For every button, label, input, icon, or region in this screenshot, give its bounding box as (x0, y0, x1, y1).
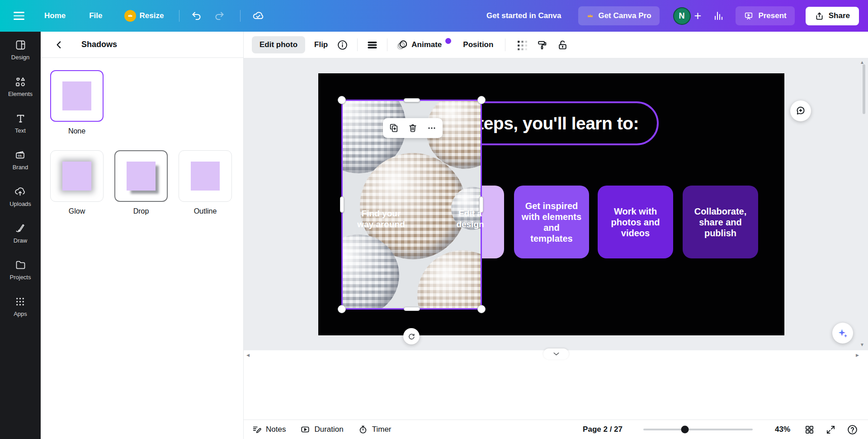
panel-title: Shadows (81, 40, 117, 49)
slide-card-get-inspired[interactable]: Get inspired with elements and templates (514, 186, 589, 258)
grid-view-icon[interactable] (804, 425, 815, 435)
sidebar-item-brand[interactable]: co. Brand (13, 149, 28, 171)
info-icon[interactable] (337, 39, 348, 51)
panel-header: Shadows (41, 32, 243, 58)
help-icon[interactable] (847, 424, 858, 435)
back-chevron-icon[interactable] (54, 40, 64, 50)
collapse-chevron-icon (553, 352, 560, 356)
ai-sparkle-icon (837, 327, 849, 339)
top-bar: Home File Resize Get started in Canva (0, 0, 868, 32)
sidebar-item-design[interactable]: Design (11, 39, 29, 61)
get-canva-pro-button[interactable]: Get Canva Pro (578, 6, 659, 25)
brand-icon: co. (14, 149, 26, 161)
divider (179, 10, 179, 22)
shadow-option-none[interactable]: None (50, 70, 104, 135)
slide-card-collaborate[interactable]: Collaborate, share and publish (683, 186, 758, 258)
fullscreen-icon[interactable] (826, 425, 836, 435)
page-indicator: Page 2 / 27 (583, 425, 623, 434)
resize-handle-top-left[interactable] (338, 96, 346, 104)
delete-icon[interactable] (408, 123, 418, 133)
notes-button[interactable]: Notes (252, 425, 286, 434)
timer-icon (358, 425, 368, 434)
vertical-scrollbar[interactable] (863, 64, 865, 114)
crown-icon (124, 10, 136, 22)
resize-handle-top-right[interactable] (477, 96, 486, 104)
redo-icon[interactable] (214, 10, 225, 21)
sidebar-item-draw[interactable]: Draw (14, 222, 27, 244)
transparency-icon[interactable] (516, 39, 528, 51)
duration-button[interactable]: Duration (300, 425, 343, 434)
file-menu-button[interactable]: File (89, 11, 102, 20)
sidebar-item-projects[interactable]: Projects (10, 259, 31, 281)
sidebar-item-text[interactable]: Text (14, 112, 27, 134)
page-dock: Your first week in Canva 1 2 Learn Play (244, 350, 868, 420)
comment-icon (795, 105, 806, 116)
sidebar-item-apps[interactable]: Apps (14, 296, 27, 317)
resize-button[interactable]: Resize (124, 10, 164, 22)
rotate-icon (407, 332, 416, 341)
sidebar-item-elements[interactable]: Elements (8, 76, 33, 97)
resize-handle-left[interactable] (340, 196, 344, 213)
undo-icon[interactable] (191, 10, 202, 21)
scroll-down-icon[interactable]: ▼ (860, 342, 864, 347)
slide-card-work-with[interactable]: Work with photos and videos (598, 186, 673, 258)
resize-handle-bottom-left[interactable] (338, 305, 346, 313)
new-feature-dot (445, 38, 451, 44)
avatar[interactable]: N (673, 7, 691, 25)
add-member-button[interactable]: + (694, 10, 702, 22)
divider (505, 38, 505, 51)
status-bar-right: Page 2 / 27 43% (583, 424, 868, 435)
more-icon[interactable] (427, 123, 437, 133)
position-button[interactable]: Position (463, 40, 493, 49)
canva-editor: Home File Resize Get started in Canva (0, 0, 868, 439)
animate-icon (396, 39, 408, 51)
timer-button[interactable]: Timer (358, 425, 392, 434)
draw-icon (14, 222, 27, 234)
shadow-option-drop[interactable]: Drop (114, 150, 168, 215)
ai-assistant-button[interactable] (832, 323, 853, 344)
design-icon (14, 39, 27, 51)
rotate-handle[interactable] (403, 328, 420, 344)
menu-icon[interactable] (14, 12, 24, 20)
shadow-option-glow[interactable]: Glow (50, 150, 104, 215)
scroll-left-icon[interactable]: ◂ (246, 351, 250, 358)
adjust-icon[interactable] (367, 39, 378, 51)
scroll-right-icon[interactable]: ▸ (856, 351, 859, 358)
resize-handle-top[interactable] (404, 98, 420, 102)
top-bar-right: Get started in Canva Get Canva Pro N + P… (486, 6, 868, 25)
share-button[interactable]: Share (806, 7, 859, 25)
overlay-text-find-your-way[interactable]: Find your way around (356, 208, 406, 230)
resize-handle-bottom[interactable] (404, 307, 420, 311)
shadows-panel: Shadows None Glow Drop Outline (41, 32, 244, 439)
copy-style-icon[interactable] (537, 39, 548, 51)
uploads-icon (14, 186, 26, 198)
document-title[interactable]: Get started in Canva (486, 11, 561, 20)
animate-button[interactable]: Animate (396, 39, 451, 51)
comment-button[interactable] (790, 100, 811, 121)
shadow-option-outline[interactable]: Outline (179, 150, 232, 215)
top-bar-left: Home File Resize (0, 10, 264, 22)
element-actions-toolbar (383, 118, 443, 138)
flip-button[interactable]: Flip (314, 40, 328, 49)
edit-photo-button[interactable]: Edit photo (252, 36, 305, 53)
zoom-slider[interactable] (643, 429, 753, 430)
zoom-slider-thumb[interactable] (681, 426, 689, 434)
projects-icon (14, 259, 27, 271)
insights-icon[interactable] (713, 10, 724, 21)
collapse-dock-button[interactable] (543, 348, 569, 359)
sidebar-item-uploads[interactable]: Uploads (9, 186, 31, 207)
present-button[interactable]: Present (736, 6, 794, 25)
cloud-sync-icon (252, 10, 264, 22)
slide-page-2[interactable]: er 11 steps, you'll learn to: Get inspir… (318, 73, 784, 335)
status-bar: Notes Duration Timer Page 2 / 27 43% (244, 420, 868, 439)
resize-handle-bottom-right[interactable] (477, 305, 486, 313)
notes-icon (252, 425, 262, 434)
present-icon (744, 11, 754, 21)
context-toolbar: Edit photo Flip Animate Position (244, 32, 868, 58)
home-button[interactable]: Home (44, 11, 66, 20)
share-icon (815, 11, 824, 21)
lock-icon[interactable] (557, 39, 568, 51)
divider (357, 38, 358, 51)
overlay-text-edit-a-design[interactable]: Edit a design (452, 208, 489, 230)
duplicate-icon[interactable] (389, 123, 399, 133)
